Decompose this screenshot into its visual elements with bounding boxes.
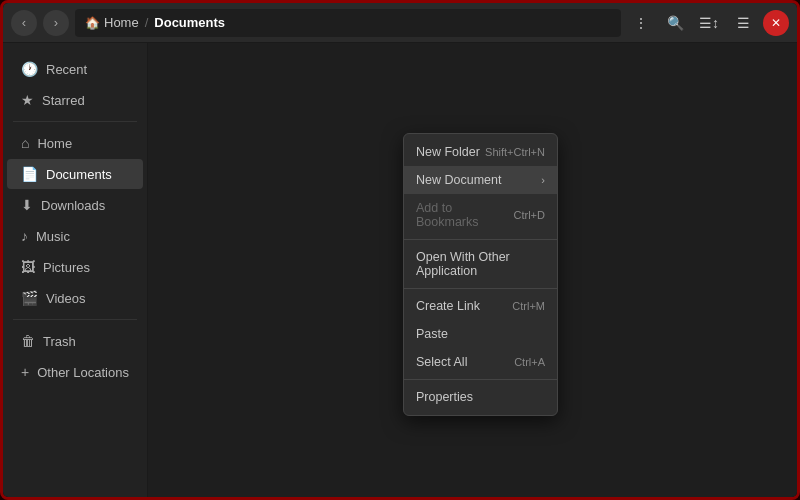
sidebar-label-pictures: Pictures <box>43 260 90 275</box>
menu-item-select-all[interactable]: Select All Ctrl+A <box>404 348 557 376</box>
sidebar-label-recent: Recent <box>46 62 87 77</box>
home-sidebar-icon: ⌂ <box>21 135 29 151</box>
downloads-icon: ⬇ <box>21 197 33 213</box>
menu-label-select-all: Select All <box>416 355 467 369</box>
sidebar-item-music[interactable]: ♪ Music <box>7 221 143 251</box>
sidebar-item-other-locations[interactable]: + Other Locations <box>7 357 143 387</box>
menu-item-new-folder[interactable]: New Folder Shift+Ctrl+N <box>404 138 557 166</box>
submenu-arrow-icon: › <box>541 174 545 186</box>
menu-separator-2 <box>404 288 557 289</box>
sidebar-item-downloads[interactable]: ⬇ Downloads <box>7 190 143 220</box>
videos-icon: 🎬 <box>21 290 38 306</box>
menu-label-new-document: New Document <box>416 173 501 187</box>
sidebar-divider-1 <box>13 121 137 122</box>
view-options-button[interactable]: ☰↕ <box>695 9 723 37</box>
menu-shortcut-new-folder: Shift+Ctrl+N <box>485 146 545 158</box>
menu-label-open-with: Open With Other Application <box>416 250 545 278</box>
sidebar-item-videos[interactable]: 🎬 Videos <box>7 283 143 313</box>
search-button[interactable]: 🔍 <box>661 9 689 37</box>
home-label: Home <box>104 15 139 30</box>
list-view-button[interactable]: ☰ <box>729 9 757 37</box>
menu-label-add-bookmarks: Add to Bookmarks <box>416 201 514 229</box>
other-locations-icon: + <box>21 364 29 380</box>
sidebar-label-starred: Starred <box>42 93 85 108</box>
menu-item-properties[interactable]: Properties <box>404 383 557 411</box>
starred-icon: ★ <box>21 92 34 108</box>
sidebar-label-music: Music <box>36 229 70 244</box>
kebab-menu-button[interactable]: ⋮ <box>627 9 655 37</box>
music-icon: ♪ <box>21 228 28 244</box>
menu-shortcut-select-all: Ctrl+A <box>514 356 545 368</box>
sidebar-label-downloads: Downloads <box>41 198 105 213</box>
sidebar-label-videos: Videos <box>46 291 86 306</box>
address-bar: 🏠 Home / Documents <box>75 9 621 37</box>
sidebar-label-other-locations: Other Locations <box>37 365 129 380</box>
sidebar-item-trash[interactable]: 🗑 Trash <box>7 326 143 356</box>
menu-separator-3 <box>404 379 557 380</box>
sidebar-item-pictures[interactable]: 🖼 Pictures <box>7 252 143 282</box>
content-area[interactable]: Folder is Empty New Folder Shift+Ctrl+N … <box>148 43 797 500</box>
forward-button[interactable]: › <box>43 10 69 36</box>
sidebar-item-recent[interactable]: 🕐 Recent <box>7 54 143 84</box>
close-button[interactable]: ✕ <box>763 10 789 36</box>
menu-item-paste[interactable]: Paste <box>404 320 557 348</box>
menu-item-add-bookmarks: Add to Bookmarks Ctrl+D <box>404 194 557 236</box>
menu-item-create-link[interactable]: Create Link Ctrl+M <box>404 292 557 320</box>
menu-item-new-document[interactable]: New Document › Empty File <box>404 166 557 194</box>
titlebar: ‹ › 🏠 Home / Documents ⋮ 🔍 ☰↕ ☰ ✕ <box>3 3 797 43</box>
documents-icon: 📄 <box>21 166 38 182</box>
sidebar-item-starred[interactable]: ★ Starred <box>7 85 143 115</box>
home-icon: 🏠 <box>85 16 100 30</box>
recent-icon: 🕐 <box>21 61 38 77</box>
menu-label-new-folder: New Folder <box>416 145 480 159</box>
menu-shortcut-create-link: Ctrl+M <box>512 300 545 312</box>
sidebar-item-documents[interactable]: 📄 Documents <box>7 159 143 189</box>
sidebar-divider-2 <box>13 319 137 320</box>
sidebar-item-home[interactable]: ⌂ Home <box>7 128 143 158</box>
trash-icon: 🗑 <box>21 333 35 349</box>
sidebar: 🕐 Recent ★ Starred ⌂ Home 📄 Documents ⬇ … <box>3 43 148 500</box>
titlebar-actions: ⋮ 🔍 ☰↕ ☰ ✕ <box>627 9 789 37</box>
current-folder-label: Documents <box>154 15 225 30</box>
main-layout: 🕐 Recent ★ Starred ⌂ Home 📄 Documents ⬇ … <box>3 43 797 500</box>
menu-label-paste: Paste <box>416 327 448 341</box>
context-menu: New Folder Shift+Ctrl+N New Document › E… <box>403 133 558 416</box>
sidebar-label-documents: Documents <box>46 167 112 182</box>
menu-shortcut-add-bookmarks: Ctrl+D <box>514 209 545 221</box>
menu-separator-1 <box>404 239 557 240</box>
pictures-icon: 🖼 <box>21 259 35 275</box>
sidebar-label-home: Home <box>37 136 72 151</box>
menu-label-properties: Properties <box>416 390 473 404</box>
menu-label-create-link: Create Link <box>416 299 480 313</box>
path-separator: / <box>145 15 149 30</box>
menu-item-open-with[interactable]: Open With Other Application <box>404 243 557 285</box>
sidebar-label-trash: Trash <box>43 334 76 349</box>
back-button[interactable]: ‹ <box>11 10 37 36</box>
